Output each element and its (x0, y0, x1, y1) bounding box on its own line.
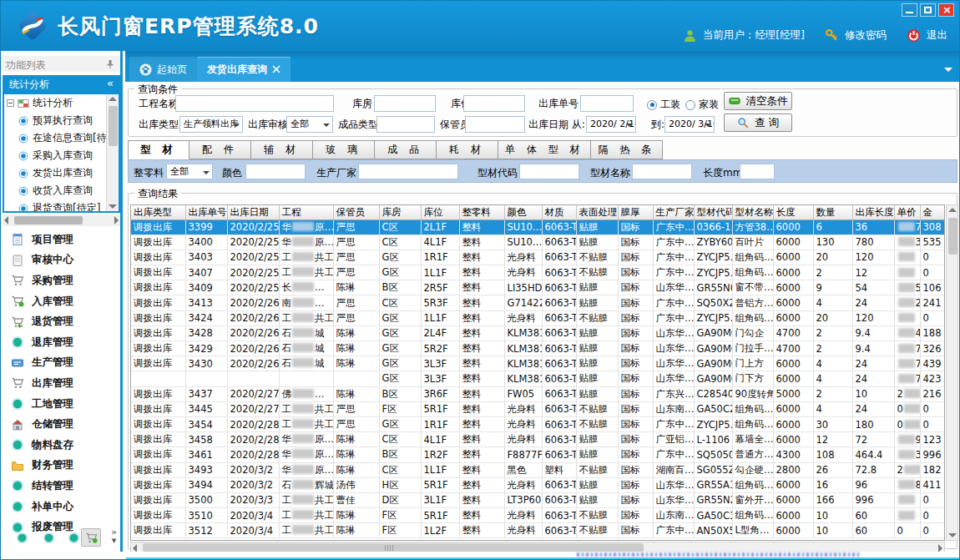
table-row[interactable]: 调拨出库34582020/2/28华原…陈琳C区4L1F整料光身料6063-T5… (131, 432, 945, 447)
clear-conditions-button[interactable]: 清空条件 (724, 92, 792, 110)
date-from-select[interactable]: 2020/ 2/16 (586, 116, 636, 133)
column-header[interactable]: 出库单号 (185, 205, 227, 219)
material-tab[interactable]: 单 体 型 材 (498, 140, 591, 159)
material-tab[interactable]: 隔 热 条 (591, 140, 663, 159)
material-tab[interactable]: 玻 璃 (313, 140, 375, 159)
tab-shipping-outbound-query[interactable]: 发货出库查询 (197, 57, 291, 82)
sidebar-menu-item[interactable]: 财务管理 (1, 456, 120, 477)
minimize-button[interactable] (902, 3, 917, 17)
material-tab[interactable]: 耗 材 (437, 140, 498, 159)
sidebar-menu-item[interactable]: 仓储管理 (1, 414, 120, 435)
collapse-icon[interactable]: « (107, 77, 114, 89)
profile-code-input[interactable] (519, 164, 579, 179)
tree-root[interactable]: 统计分析 (4, 94, 106, 112)
table-row[interactable]: 调拨出库34942020/3/2石辉城汤伟H区5R1F整料光身料6063-T5贴… (131, 477, 945, 492)
tree-item[interactable]: 预算执行查询 (4, 112, 106, 129)
change-password-link[interactable]: 修改密码 (845, 28, 887, 43)
warehouse-input[interactable] (374, 95, 436, 112)
sidebar-menu-item[interactable]: 补单中心 (1, 497, 120, 517)
sidebar-menu-item[interactable]: 出库管理 (1, 373, 120, 394)
column-header[interactable]: 保管员 (333, 205, 379, 219)
column-header[interactable]: 数量 (813, 205, 852, 219)
table-row[interactable]: 调拨出库34292020/2/26石城陈琳G区5R2F整料KLM38176063… (131, 341, 945, 356)
table-row[interactable]: 调拨出库34302020/2/26石城陈琳G区3L3F整料KLM38176063… (131, 356, 945, 371)
table-row[interactable]: 调拨出库34452020/2/27工共工程严思F区5R1F整料光身料6063-T… (131, 401, 945, 416)
radio-work-clothing[interactable]: 工装 (647, 98, 680, 112)
column-header[interactable]: 生产厂家 (653, 205, 694, 219)
material-tab[interactable]: 配 件 (189, 140, 251, 159)
column-header[interactable]: 表面处理 (576, 205, 618, 219)
table-row[interactable]: 调拨出库34372020/2/27佛…陈琳B区3R6F整料FW056063-T5… (131, 386, 945, 401)
section-header[interactable]: 统计分析 « (3, 75, 120, 93)
radio-home-clothing[interactable]: 家装 (685, 98, 719, 112)
table-row[interactable]: 调拨出库34542020/2/28工共工程严思G区1R1F整料光身料6063-T… (131, 416, 945, 431)
sidebar-menu-item[interactable]: 审核中心 (1, 250, 120, 271)
table-row[interactable]: 调拨出库34072020/2/25工共工程严思G区1L1F整料光身料6063-T… (131, 265, 945, 280)
sidebar-menu-item[interactable]: 采购管理 (1, 270, 120, 291)
whole-part-select[interactable]: 全部 (166, 164, 213, 179)
sidebar-menu-item[interactable]: 退货管理 (1, 311, 120, 332)
column-header[interactable]: 库房 (379, 205, 421, 219)
tree-item[interactable]: 发货出库查询 (4, 164, 106, 182)
table-row[interactable]: 调拨出库34282020/2/26石城陈琳G区2L4F整料KLM38176063… (131, 325, 945, 341)
dot-icon[interactable] (43, 532, 55, 544)
cart-tool-button[interactable] (81, 528, 101, 547)
table-row[interactable]: 调拨出库35122020/3/4工共工程陈琳F区1L2F整料光身料6063-T5… (131, 523, 945, 538)
table-row[interactable]: 调拨出库35002020/3/3工共工程曹佳D区3L1F整料LT3P606063… (131, 492, 945, 507)
column-header[interactable]: 整零料 (459, 205, 504, 219)
expander-icon[interactable] (7, 99, 14, 107)
search-button[interactable]: 查 询 (724, 114, 792, 132)
column-header[interactable]: 出库长度 (852, 205, 894, 219)
table-row[interactable]: 调拨出库34032020/2/25工共工程严思G区1R1F整料光身料6063-T… (131, 250, 945, 265)
column-header[interactable]: 出库日期 (227, 205, 279, 219)
project-name-input[interactable] (175, 95, 334, 112)
column-header[interactable]: 材质 (542, 205, 576, 219)
column-header[interactable]: 出库类型 (131, 205, 185, 219)
keeper-input[interactable] (465, 116, 525, 133)
tree-item[interactable]: 采购入库查询 (4, 147, 106, 164)
location-input[interactable] (463, 95, 525, 112)
table-row[interactable]: 调拨出库34092020/2/25长…陈琳B区2R5F整料LI35HD6063-… (131, 280, 945, 295)
table-row[interactable]: 调拨出库34932020/3/2华原…陈琳C区1L1F整料黑色塑料不贴膜国标湖南… (131, 462, 945, 477)
table-row[interactable]: 调拨出库34002020/2/25华原…严思C区4L1F整料SU10…6063-… (131, 235, 945, 250)
sidebar-menu-item[interactable]: 物料盘存 (1, 435, 120, 456)
tree-vertical-scrollbar[interactable] (106, 94, 119, 211)
column-header[interactable]: 工程 (279, 205, 333, 219)
tree-item[interactable]: 收货入库查询 (4, 182, 106, 199)
more-buttons-chevron[interactable]: »▾ (111, 528, 117, 545)
profile-name-input[interactable] (632, 164, 692, 179)
column-header[interactable]: 膜厚 (618, 205, 653, 219)
length-input[interactable] (740, 164, 775, 179)
column-header[interactable]: 型材名称 (732, 205, 773, 219)
tree-item[interactable]: 在途信息查询[待 (4, 129, 106, 147)
dot-icon[interactable] (16, 532, 28, 544)
sidebar-menu-item[interactable]: 项目管理 (1, 230, 120, 250)
close-tab-icon[interactable] (272, 65, 280, 73)
sidebar-menu-item[interactable]: 工地管理 (1, 394, 120, 415)
column-header[interactable]: 颜色 (504, 205, 542, 219)
color-input[interactable] (245, 164, 306, 179)
tree-item[interactable]: 退货查询[待定] (4, 199, 106, 211)
table-row[interactable]: 调拨出库34242020/2/26工共工程严思G区1L1F整料光身料6063-T… (131, 310, 945, 325)
maker-input[interactable] (358, 164, 458, 179)
close-button[interactable] (938, 3, 954, 17)
sidebar-menu-item[interactable]: 生产管理 (1, 353, 120, 374)
order-no-input[interactable] (580, 95, 634, 112)
sidebar-menu-item[interactable]: 入库管理 (1, 291, 120, 312)
product-type-input[interactable] (376, 116, 435, 133)
material-tab[interactable]: 辅 材 (251, 140, 313, 159)
sidebar-menu-item[interactable]: 退库管理 (1, 332, 120, 353)
maximize-button[interactable] (920, 3, 936, 17)
column-header[interactable]: 金 (920, 205, 945, 219)
table-row[interactable]: G区3L3F整料KLM38176063-T5贴膜国标山东华…GA90M09.门下… (131, 371, 945, 386)
material-tab[interactable]: 成 品 (375, 140, 437, 159)
table-row[interactable]: 调拨出库34612020/2/28华原…陈琳B区1R2F整料F8877FT606… (131, 447, 945, 462)
tab-list-dropdown-icon[interactable] (944, 68, 952, 76)
table-row[interactable]: 调拨出库33992020/2/25华原…严思C区2L1F整料SU10…6063-… (131, 219, 945, 235)
audit-select[interactable]: 全部 (286, 116, 333, 133)
pin-icon[interactable] (105, 59, 115, 69)
out-type-select[interactable]: 生产领料出库 (179, 116, 243, 133)
tree-horizontal-scrollbar[interactable] (3, 214, 120, 226)
column-header[interactable]: 库位 (421, 205, 459, 219)
table-row[interactable]: 调拨出库35102020/3/4工共工程陈琳F区5R1F整料光身料6063-T5… (131, 508, 945, 523)
